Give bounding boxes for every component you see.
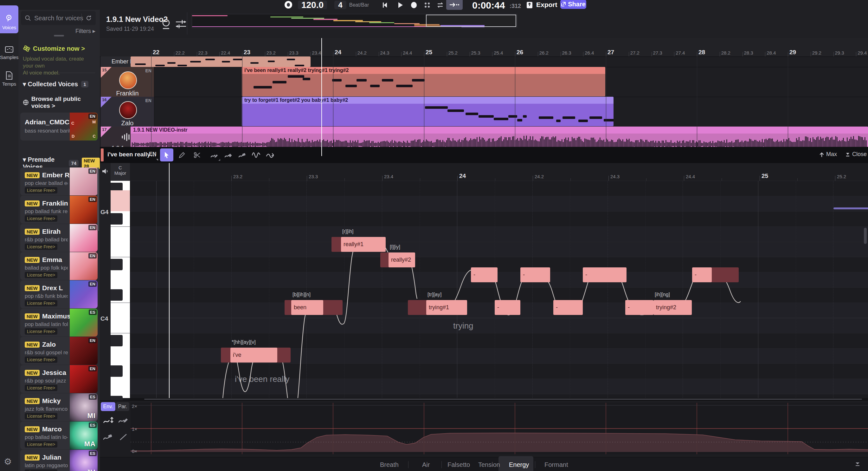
param-eraser-tool-icon[interactable] [103, 433, 113, 441]
vibrato-tool-button[interactable] [249, 148, 263, 161]
license-link[interactable]: License Free> [25, 243, 57, 250]
note-tail-segment[interactable] [321, 300, 343, 315]
collapse-panel-icon[interactable] [855, 462, 860, 467]
voice-card-zalo[interactable]: NEWZalor&b soul gospel resonaLicense Fre… [20, 337, 98, 365]
skip-back-icon[interactable] [381, 1, 389, 9]
mixer-sliders-icon[interactable] [175, 18, 187, 30]
settings-gear-icon[interactable]: ⚙ [4, 457, 12, 467]
license-link[interactable]: License Free> [25, 385, 57, 391]
license-link[interactable]: License Free> [25, 441, 57, 447]
note-grid[interactable]: i've*[hh][ay][v]been[b][ih][n]really#1[r… [130, 181, 868, 398]
license-link[interactable]: License Free> [25, 300, 57, 306]
export-button[interactable]: Export [536, 1, 557, 8]
sidebar-tab-voices[interactable]: Voices [0, 5, 19, 33]
language-selector[interactable]: EN [149, 151, 157, 157]
tab-air[interactable]: Air [422, 459, 430, 471]
voice-card-drex-l[interactable]: NEWDrex Lpop r&b funk blues gosLicense F… [20, 281, 98, 308]
voice-card-jessica[interactable]: NEWJessicar&b pop soul jazz funkLicense … [20, 365, 98, 393]
select-tool-button[interactable] [160, 148, 173, 161]
filters-button[interactable]: Filters ▸ [75, 28, 95, 35]
refresh-icon[interactable] [86, 15, 92, 21]
tab-falsetto[interactable]: Falsetto [447, 459, 470, 471]
playhead-tracks[interactable] [321, 38, 322, 156]
voice-card-micky[interactable]: NEWMickyjazz folk flamenco latinLicense … [20, 393, 98, 421]
sidebar-tab-samples[interactable]: Samples [0, 46, 19, 60]
voice-card-marco[interactable]: NEWMarcopop ballad latin lo-fi briLicens… [20, 421, 98, 449]
note-tail-segment[interactable] [710, 267, 739, 282]
project-title[interactable]: 1.9.1 New Video2 [106, 15, 168, 24]
beat-bar-label[interactable]: Beat/Bar [349, 2, 369, 8]
sidebar-tab-temps[interactable]: Temps [0, 71, 19, 87]
clip-ember[interactable] [130, 56, 311, 67]
note[interactable]: trying#1 [426, 300, 467, 315]
param-pen-tool-icon[interactable] [118, 416, 128, 424]
pitch-eraser-tool-button[interactable] [236, 148, 249, 161]
license-link[interactable]: License Free> [25, 328, 57, 334]
piano-key-black[interactable] [111, 396, 123, 400]
highlighted-key[interactable] [111, 190, 130, 211]
song-minimap[interactable] [192, 14, 517, 28]
piano-key-black[interactable] [111, 259, 123, 270]
license-link[interactable]: License Free> [25, 356, 57, 363]
piano-key-black[interactable] [111, 289, 123, 301]
tempo-display[interactable]: 120.0 [298, 1, 327, 9]
tab-energy[interactable]: Energy [509, 459, 529, 471]
clip-franklin[interactable]: i've been really#1 really#2 trying#1 try… [242, 67, 605, 96]
note[interactable]: - [692, 267, 712, 282]
voice-search-bar[interactable]: Search for voices [21, 11, 96, 25]
minimap-viewport[interactable] [426, 14, 516, 27]
piano-key-black[interactable] [111, 365, 123, 377]
param-scale-tool-icon[interactable] [103, 415, 115, 425]
close-editor-button[interactable]: Close [845, 151, 867, 158]
collected-voice-card[interactable]: Adrian_CMDC bass resonant baritone EN C … [20, 113, 98, 141]
voice-card-franklin[interactable]: NEWFranklinpop ballad funk reggaeLicense… [20, 196, 98, 224]
license-link[interactable]: License Free> [25, 469, 57, 471]
note[interactable]: - [583, 267, 626, 282]
customize-card[interactable]: Customize now > Upload vocal data, creat… [23, 40, 95, 73]
note-lead-segment[interactable] [408, 300, 428, 315]
play-icon[interactable] [396, 1, 404, 9]
tab-formant[interactable]: Formant [545, 459, 568, 471]
time-signature[interactable]: 4 [334, 1, 346, 9]
note[interactable]: - [520, 267, 550, 282]
license-link[interactable]: License Free> [25, 187, 57, 194]
pitch-transition-tool-button[interactable] [264, 148, 277, 161]
piano-key-black[interactable] [111, 335, 123, 346]
license-link[interactable]: License Free> [25, 272, 57, 278]
note[interactable]: really#2 [389, 253, 415, 267]
loop-icon[interactable] [436, 1, 444, 9]
param-line-tool-icon[interactable] [119, 433, 128, 441]
count-in-icon[interactable] [161, 18, 172, 30]
param-graph[interactable]: 2× 1× 0× [130, 403, 868, 454]
collected-voices-header[interactable]: ▾ Collected Voices1 [23, 80, 88, 88]
follow-playhead-button[interactable] [446, 0, 463, 10]
piano-key-black[interactable] [111, 213, 123, 225]
note[interactable]: been [291, 300, 323, 315]
voice-card-elirah[interactable]: NEWElirahr&b pop ballad breathyLicense F… [20, 224, 98, 252]
par-tab[interactable]: Par. [116, 402, 129, 411]
app-logo-icon[interactable] [285, 1, 292, 8]
record-icon[interactable] [411, 2, 417, 8]
note[interactable]: - [495, 300, 520, 315]
voice-list-scrollbar[interactable] [97, 168, 99, 231]
voice-card-ember-rose[interactable]: NEWEmber Rosepop clear ballad edm hLicen… [20, 168, 98, 195]
note[interactable]: - [625, 300, 653, 315]
timeline-ruler[interactable]: 2222.222.322.42323.223.323.42424.224.324… [100, 38, 868, 57]
piano-keys[interactable] [111, 181, 130, 398]
pitch-pen-tool-button[interactable] [208, 148, 221, 161]
note[interactable]: trying#2 [653, 300, 692, 315]
export-icon[interactable] [526, 1, 533, 9]
note-tail-segment[interactable] [275, 348, 290, 362]
note[interactable]: really#1 [341, 237, 386, 252]
piano-ruler[interactable]: 23.223.323.42424.224.324.42525.2 [130, 163, 868, 181]
env-tab[interactable]: Env. [101, 402, 115, 411]
voice-card-julian[interactable]: NEWJulianlatin pop reggaeton afrLicense … [20, 450, 98, 471]
note[interactable]: i've [230, 348, 277, 362]
license-link[interactable]: License Free> [25, 215, 57, 222]
tab-tension[interactable]: Tension [478, 459, 500, 471]
license-link[interactable]: License Free> [25, 413, 57, 419]
tab-breath[interactable]: Breath [380, 459, 399, 471]
maximize-editor-button[interactable]: Max [819, 151, 837, 158]
playhead-piano[interactable] [169, 163, 169, 398]
mute-speaker-icon[interactable] [102, 168, 109, 174]
